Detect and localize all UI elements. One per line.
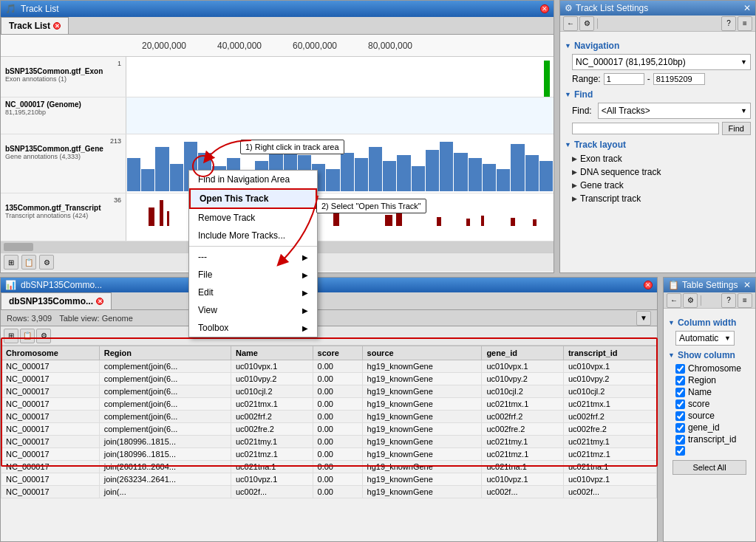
tree-gene-track[interactable]: ▶ Gene track — [572, 179, 751, 191]
show-col-name: transcript_id — [688, 434, 736, 445]
table-cell: NC_000017 — [1, 373, 100, 385]
close-button[interactable]: ✕ — [540, 4, 549, 13]
view-arrow: ▶ — [302, 289, 308, 297]
show-col-checkbox[interactable] — [675, 399, 685, 409]
col-source[interactable]: source — [362, 346, 482, 360]
table-wrapper[interactable]: Chromosome Region Name score source gene… — [1, 346, 657, 542]
tool-btn-3[interactable]: ⚙ — [39, 255, 54, 270]
find-text-input[interactable] — [572, 123, 719, 134]
find-button[interactable]: Find — [722, 122, 751, 135]
range-start-input[interactable] — [604, 73, 644, 85]
tool-btn-2[interactable]: 📋 — [21, 255, 36, 270]
table-cell: hg19_knownGene — [362, 398, 482, 411]
find-section-header[interactable]: ▼ Find — [565, 89, 751, 100]
col-region[interactable]: Region — [99, 346, 231, 360]
navigation-section-header[interactable]: ▼ Navigation — [565, 41, 751, 51]
show-col-name: score — [688, 399, 709, 409]
settings-tb-2[interactable]: ⚙ — [579, 16, 594, 31]
table-cell: complement(join(6... — [99, 398, 231, 411]
ts-menu[interactable]: ≡ — [738, 293, 752, 308]
col-name[interactable]: Name — [231, 346, 313, 360]
track-content-genome[interactable] — [126, 97, 554, 134]
show-col-checkbox[interactable] — [675, 411, 685, 421]
tab-table-close[interactable]: ✕ — [96, 298, 103, 305]
menu-remove-track[interactable]: Remove Track — [189, 209, 317, 227]
ts-tb-1[interactable]: ← — [667, 293, 681, 308]
tab-close[interactable]: ✕ — [53, 22, 61, 30]
show-col-name: source — [688, 411, 715, 421]
settings-toolbar: ← ⚙ ? ≡ — [560, 16, 755, 32]
col-score[interactable]: score — [313, 346, 362, 360]
show-col-row: source — [675, 411, 751, 421]
mark-4: 80,000,000 — [368, 41, 412, 51]
table-settings-toolbar: ← ⚙ ? ≡ — [664, 292, 755, 309]
select-all-button[interactable]: Select All — [672, 460, 746, 475]
show-arrow: ▶ — [302, 324, 308, 332]
table-cell: 0.00 — [313, 473, 362, 486]
chromosome-dropdown[interactable]: NC_000017 (81,195,210bp) ▼ — [572, 54, 751, 70]
table-cell: 0.00 — [313, 360, 362, 373]
show-col-checkbox[interactable] — [675, 364, 685, 374]
table-tb-1[interactable]: ⊞ — [4, 329, 18, 343]
mark-1: 20,000,000 — [142, 41, 186, 51]
table-cell: join(... — [99, 486, 231, 498]
menu-file[interactable]: --- ▶ — [189, 248, 317, 266]
tab-track-list[interactable]: Track List ✕ — [1, 17, 69, 34]
menu-view[interactable]: Edit ▶ — [189, 284, 317, 301]
table-cell: uc021tmx.1 — [231, 398, 313, 411]
settings-tb-1[interactable]: ← — [563, 16, 578, 31]
range-label: Range: — [572, 74, 601, 84]
table-settings-close[interactable]: ✕ — [743, 280, 751, 290]
tree-dna-track[interactable]: ▶ DNA sequence track — [572, 166, 751, 178]
range-end-input[interactable] — [653, 73, 705, 85]
settings-help[interactable]: ? — [721, 16, 736, 31]
show-col-content: ChromosomeRegionNamescoresourcegene_idtr… — [668, 363, 751, 456]
col-chromosome[interactable]: Chromosome — [1, 346, 100, 360]
show-col-checkbox[interactable] — [675, 435, 685, 445]
col-transcript-id[interactable]: transcript_id — [563, 346, 656, 360]
tree-transcript-track[interactable]: ▶ Transcript track — [572, 193, 751, 205]
table-row: NC_000017join(180996..1815...uc021tmy.10… — [1, 436, 657, 448]
ts-help[interactable]: ? — [721, 293, 736, 308]
menu-find-navigation[interactable]: Find in Navigation Area — [189, 171, 317, 188]
table-settings-panel: 📋 Table Settings ✕ ← ⚙ ? ≡ ▼ Column widt… — [663, 277, 756, 542]
tree-exon-track[interactable]: ▶ Exon track — [572, 153, 751, 165]
col-width-header[interactable]: ▼ Column width — [668, 318, 751, 328]
navigation-label: Navigation — [574, 41, 619, 51]
show-col-checkbox[interactable] — [675, 376, 685, 385]
show-col-checkbox[interactable] — [675, 388, 685, 397]
col-width-content: Automatic ▼ — [668, 331, 751, 346]
table-tb-3[interactable]: ⚙ — [36, 329, 51, 343]
table-cell: uc010vpx.1 — [563, 360, 656, 373]
track-layout-header[interactable]: ▼ Track layout — [565, 140, 751, 150]
track-sublabel-genome: 81,195,210bp — [5, 109, 121, 116]
find-label-text: Find: — [572, 106, 592, 116]
tab-table[interactable]: dbSNP135Commo... ✕ — [1, 292, 112, 309]
menu-edit[interactable]: File ▶ — [189, 266, 317, 284]
menu-include-tracks[interactable]: Include More Tracks... — [189, 227, 317, 244]
menu-open-track[interactable]: Open This Track — [189, 188, 317, 209]
menu-show[interactable]: Toolbox ▶ — [189, 319, 317, 337]
show-col-name: Region — [688, 375, 716, 385]
settings-close[interactable]: ✕ — [743, 3, 751, 13]
track-sublabel-transcript: Transcript annotations (424) — [5, 212, 121, 219]
scroll-thumb[interactable] — [4, 243, 33, 251]
col-width-dropdown[interactable]: Automatic ▼ — [675, 331, 735, 346]
track-content-exon[interactable] — [126, 57, 554, 97]
table-close[interactable]: ✕ — [644, 281, 653, 289]
nav-arrow: ▼ — [565, 42, 571, 49]
table-tb-2[interactable]: 📋 — [20, 329, 35, 343]
tool-btn-1[interactable]: ⊞ — [4, 255, 18, 270]
ts-tb-2[interactable]: ⚙ — [683, 293, 698, 308]
table-cell: 0.00 — [313, 461, 362, 473]
show-col-header[interactable]: ▼ Show column — [668, 350, 751, 360]
col-gene-id[interactable]: gene_id — [482, 346, 564, 360]
table-title-group: 📊 dbSNP135Commo... — [5, 280, 102, 290]
menu-toolbox[interactable]: View ▶ — [189, 301, 317, 319]
table-menu-btn[interactable]: ▼ — [636, 311, 651, 326]
table-cell: join(180996..1815... — [99, 448, 231, 461]
find-dropdown[interactable]: <All Tracks> ▼ — [598, 103, 751, 119]
show-col-checkbox[interactable] — [675, 423, 685, 433]
show-col-checkbox[interactable] — [675, 446, 685, 456]
settings-tb-3[interactable]: ≡ — [738, 16, 752, 31]
